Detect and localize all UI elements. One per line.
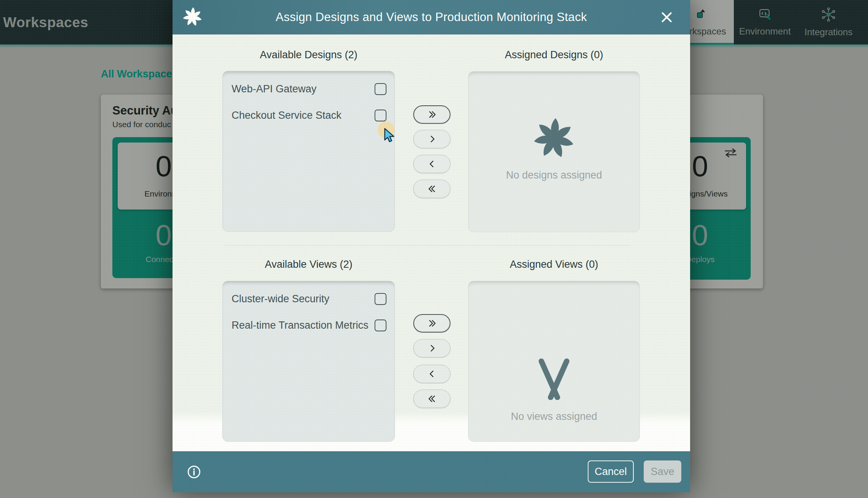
design-item-row[interactable]: Checkout Service Stack [232, 108, 386, 122]
assigned-views-heading: Assigned Views (0) [468, 259, 640, 270]
modal-title: Assign Designs and Views to Production M… [173, 0, 690, 34]
no-views-assigned-text: No views assigned [511, 411, 597, 423]
chevron-right-icon [427, 134, 437, 144]
cursor-pointer-icon [384, 128, 395, 143]
no-designs-assigned-text: No designs assigned [506, 169, 602, 181]
design-item-label: Web-API Gateway [232, 83, 317, 95]
move-all-left-designs-button[interactable] [413, 180, 450, 198]
chevron-double-left-icon [427, 394, 437, 403]
move-all-left-views-button[interactable] [413, 390, 450, 408]
assigned-views-panel: No views assigned [468, 281, 640, 442]
save-button[interactable]: Save [644, 460, 681, 483]
available-views-list: Cluster-wide Security Real-time Transact… [222, 281, 395, 442]
cancel-button[interactable]: Cancel [588, 460, 634, 483]
available-views-heading: Available Views (2) [222, 259, 395, 270]
assigned-designs-panel: No designs assigned [468, 71, 640, 232]
info-button[interactable] [187, 465, 201, 479]
modal-header: Assign Designs and Views to Production M… [173, 0, 690, 34]
chevron-double-right-icon [427, 110, 437, 119]
design-checkbox[interactable] [375, 83, 386, 95]
spiral-design-icon [531, 116, 577, 161]
modal-body: Available Designs (2) Assigned Designs (… [173, 34, 690, 451]
view-checkbox[interactable] [375, 293, 386, 305]
assign-designs-views-modal: Assign Designs and Views to Production M… [173, 0, 690, 492]
modal-footer: Cancel Save [173, 451, 690, 492]
move-right-views-button[interactable] [413, 339, 450, 357]
design-checkbox[interactable] [375, 110, 386, 121]
view-item-row[interactable]: Cluster-wide Security [232, 292, 386, 306]
move-right-designs-button[interactable] [413, 130, 450, 148]
view-item-label: Cluster-wide Security [232, 293, 329, 305]
design-item-label: Checkout Service Stack [232, 110, 342, 121]
view-item-label: Real-time Transaction Metrics [232, 319, 368, 331]
chevron-left-icon [427, 369, 437, 378]
chevron-right-icon [427, 344, 437, 353]
close-icon [661, 11, 672, 23]
view-item-row[interactable]: Real-time Transaction Metrics [232, 318, 386, 332]
chevron-double-right-icon [427, 319, 437, 328]
chevron-double-left-icon [427, 184, 437, 193]
move-left-views-button[interactable] [413, 365, 450, 383]
close-button[interactable] [659, 10, 674, 25]
available-designs-heading: Available Designs (2) [222, 49, 395, 61]
info-icon [187, 465, 201, 479]
move-left-designs-button[interactable] [413, 155, 450, 173]
view-checkbox[interactable] [375, 319, 386, 331]
screen: Workspaces Workspaces Environment [0, 0, 868, 498]
views-v-icon [533, 358, 575, 400]
move-all-right-views-button[interactable] [413, 314, 450, 333]
design-item-row[interactable]: Web-API Gateway [232, 82, 386, 96]
assigned-designs-heading: Assigned Designs (0) [468, 49, 640, 61]
move-all-right-designs-button[interactable] [413, 105, 450, 124]
section-divider [224, 245, 631, 246]
chevron-left-icon [427, 159, 437, 169]
available-designs-list: Web-API Gateway Checkout Service Stack [222, 71, 395, 232]
